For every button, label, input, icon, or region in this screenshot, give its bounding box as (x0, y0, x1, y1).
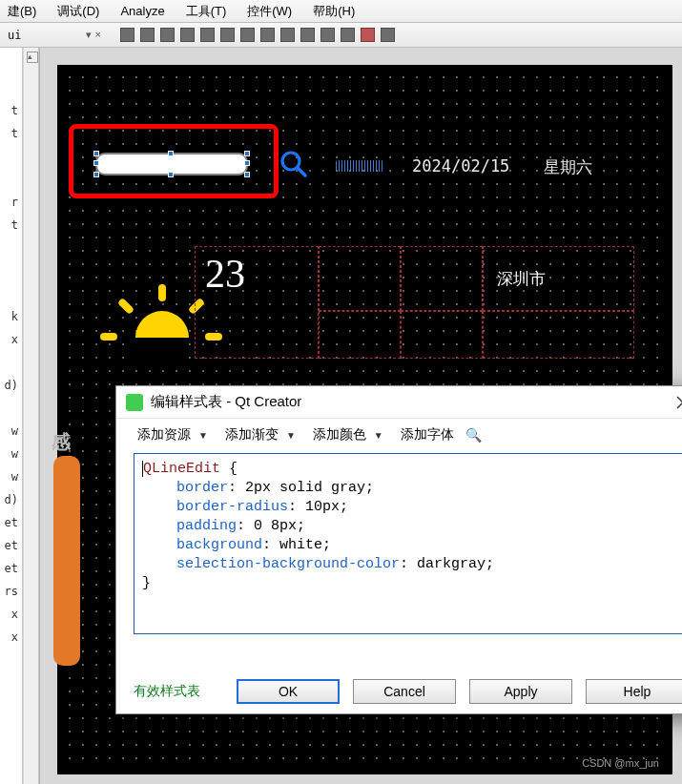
document-toolbar: ui ▾ × (0, 23, 682, 48)
dialog-footer: 有效样式表 OK Cancel Apply Help (116, 679, 682, 704)
tree-item-fragment[interactable]: t (0, 122, 22, 145)
tree-item-fragment[interactable]: t (0, 99, 22, 122)
tree-item-fragment[interactable]: x (0, 328, 22, 351)
search-input[interactable] (95, 153, 248, 175)
tree-item-fragment[interactable]: x (0, 626, 22, 649)
object-tree-clipped: ttrtkxd)wwwd)etetetrsxx (0, 48, 23, 784)
valid-label: 有效样式表 (134, 683, 200, 700)
tb-icon-11[interactable] (320, 28, 335, 42)
tree-item-fragment[interactable]: k (0, 305, 22, 328)
active-tab[interactable]: ui (0, 25, 29, 46)
tree-item-fragment[interactable]: x (0, 603, 22, 626)
help-button[interactable]: Help (586, 679, 682, 704)
city-label: 深圳市 (483, 246, 634, 311)
tree-item-fragment[interactable] (0, 259, 22, 282)
resize-handle[interactable] (93, 172, 99, 177)
tb-icon-14[interactable] (381, 28, 395, 42)
menu-debug[interactable]: 调试(D) (52, 1, 105, 22)
ok-button[interactable]: OK (237, 679, 340, 704)
work-area: ttrtkxd)wwwd)etetetrsxx 2024/02/15 (0, 48, 682, 784)
tree-item-fragment[interactable]: t (0, 214, 22, 237)
resize-handle[interactable] (168, 151, 174, 156)
grid-cell (401, 246, 483, 311)
tb-icon-5[interactable] (200, 28, 215, 42)
qt-icon (126, 394, 143, 411)
menu-build[interactable]: 建(B) (2, 1, 42, 22)
tree-item-fragment[interactable] (0, 145, 22, 168)
tb-icon-13[interactable] (361, 28, 375, 42)
tree-item-fragment[interactable]: d) (0, 488, 22, 511)
tb-icon-7[interactable] (240, 28, 255, 42)
close-icon (676, 396, 682, 409)
tb-icon-12[interactable] (341, 28, 355, 42)
chevron-down-icon[interactable]: ▼ (286, 430, 296, 441)
tree-item-fragment[interactable]: et (0, 534, 22, 557)
date-label: 2024/02/15 (412, 156, 509, 175)
chevron-down-icon[interactable]: ▼ (374, 430, 383, 441)
tab-actions[interactable]: ▾ × (86, 29, 100, 41)
add-font-button[interactable]: 添加字体 (397, 424, 458, 445)
chevron-down-icon[interactable]: ▼ (198, 430, 208, 441)
add-resource-button[interactable]: 添加资源 (134, 424, 195, 445)
tb-icon-9[interactable] (280, 28, 295, 42)
tb-icon-1[interactable] (120, 28, 134, 42)
menu-analyze[interactable]: Analyze (114, 2, 170, 20)
tb-icon-8[interactable] (260, 28, 275, 42)
add-gradient-button[interactable]: 添加渐变 (221, 424, 282, 445)
tb-icon-10[interactable] (300, 28, 315, 42)
tree-item-fragment[interactable]: w (0, 420, 22, 443)
add-color-button[interactable]: 添加颜色 (309, 424, 370, 445)
tree-item-fragment[interactable]: rs (0, 580, 22, 603)
tb-icon-2[interactable] (140, 28, 155, 42)
tree-item-fragment[interactable]: d) (0, 374, 22, 397)
grid-cell (401, 311, 483, 359)
temperature-label: 23 (195, 246, 319, 359)
tree-item-fragment[interactable]: w (0, 465, 22, 488)
tree-item-fragment[interactable] (0, 76, 22, 99)
grid-cell (319, 311, 401, 359)
tree-item-fragment[interactable] (0, 282, 22, 305)
form-editor[interactable]: 2024/02/15 星期六 23 深圳市 感 CSDN @mx_jun (39, 48, 682, 784)
tree-item-fragment[interactable]: w (0, 443, 22, 465)
menu-widgets[interactable]: 控件(W) (241, 1, 298, 22)
grid-cell (483, 311, 634, 359)
info-grid: 23 深圳市 (195, 246, 634, 359)
resize-handle[interactable] (244, 151, 250, 156)
resize-handle[interactable] (244, 172, 250, 177)
menu-help[interactable]: 帮助(H) (307, 1, 361, 22)
tb-icon-6[interactable] (220, 28, 235, 42)
side-label: 感 (52, 429, 71, 455)
scrollbar-gutter[interactable] (23, 48, 39, 784)
watermark: CSDN @mx_jun (582, 757, 659, 769)
orange-panel (53, 456, 80, 666)
dialog-title: 编辑样式表 - Qt Creator (151, 393, 301, 411)
tree-item-fragment[interactable]: r (0, 191, 22, 214)
spacer-widget[interactable] (336, 160, 383, 172)
tree-item-fragment[interactable] (0, 237, 22, 259)
tree-item-fragment[interactable] (0, 168, 22, 191)
stylesheet-textarea[interactable]: QLineEdit { border: 2px solid gray; bord… (134, 453, 682, 634)
tb-icon-3[interactable] (160, 28, 175, 42)
search-icon[interactable] (279, 149, 309, 179)
resize-handle[interactable] (93, 151, 99, 156)
cancel-button[interactable]: Cancel (353, 679, 456, 704)
resize-handle[interactable] (168, 172, 174, 177)
preview-icon[interactable]: 🔍 (465, 427, 482, 443)
resize-handle[interactable] (244, 160, 250, 166)
apply-button[interactable]: Apply (469, 679, 572, 704)
tree-item-fragment[interactable]: et (0, 511, 22, 534)
resize-handle[interactable] (93, 160, 99, 166)
tb-icon-4[interactable] (180, 28, 195, 42)
tree-item-fragment[interactable] (0, 397, 22, 420)
tree-item-fragment[interactable] (0, 351, 22, 374)
tree-item-fragment[interactable]: et (0, 557, 22, 580)
svg-line-1 (298, 168, 305, 175)
dialog-titlebar[interactable]: 编辑样式表 - Qt Creator (116, 386, 682, 419)
menu-tools[interactable]: 工具(T) (180, 1, 233, 22)
grid-cell (319, 246, 401, 311)
close-button[interactable] (670, 389, 682, 416)
menu-bar: 建(B) 调试(D) Analyze 工具(T) 控件(W) 帮助(H) (0, 0, 682, 23)
weekday-label: 星期六 (544, 156, 592, 178)
toolbar-icons (120, 28, 395, 42)
stylesheet-dialog: 编辑样式表 - Qt Creator 添加资源 ▼ 添加渐变 ▼ 添加颜色 ▼ … (115, 385, 682, 714)
